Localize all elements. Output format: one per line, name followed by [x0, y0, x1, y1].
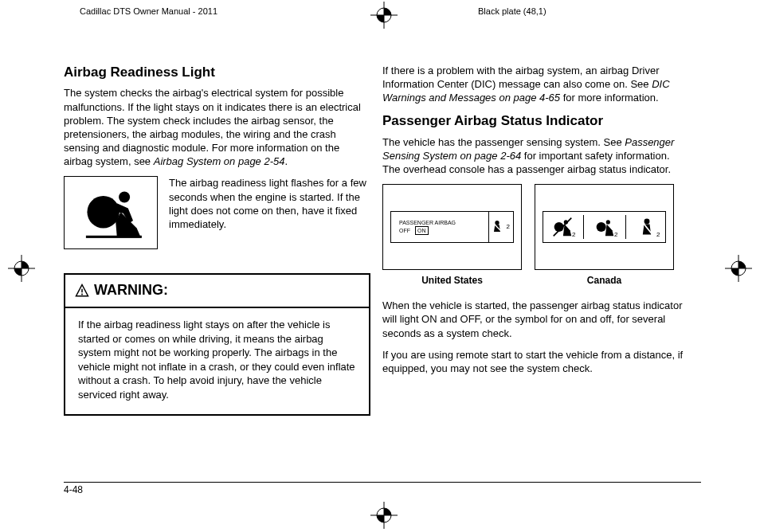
manual-page: Cadillac DTS Owner Manual - 2011 Black p… [0, 0, 760, 532]
svg-point-13 [119, 192, 130, 203]
airbag-readiness-icon [64, 176, 158, 249]
label-canada: Canada [535, 275, 674, 288]
left-column: Airbag Readiness Light The system checks… [64, 64, 370, 416]
indicator-labels: United States Canada [382, 275, 689, 288]
para-dic-message: If there is a problem with the airbag sy… [382, 64, 689, 104]
ca-sub-2: 2 [614, 231, 617, 240]
svg-rect-14 [86, 236, 142, 238]
us-icons: 2 [489, 219, 513, 235]
plate-label: Black plate (48,1) [478, 6, 546, 16]
registration-mark-left [8, 255, 35, 285]
xref-airbag-system: Airbag System on page 2-54 [154, 155, 285, 167]
svg-point-22 [596, 222, 605, 232]
indicator-canada-inner: 2 2 2 [543, 211, 666, 243]
warning-box: WARNING: If the airbag readiness light s… [64, 273, 370, 416]
us-sub-2: 2 [507, 223, 510, 232]
para-readiness-intro: The system checks the airbag's electrica… [64, 86, 370, 168]
text: If there is a problem with the airbag sy… [382, 65, 660, 90]
page-number: 4-48 [64, 484, 83, 495]
airbag-off-icon: 2 [552, 217, 573, 237]
para-system-check: When the vehicle is started, the passeng… [382, 299, 689, 339]
indicator-us: PASSENGER AIRBAG OFF ON [382, 184, 522, 270]
svg-point-23 [605, 221, 609, 225]
para-passenger-intro: The vehicle has the passenger sensing sy… [382, 135, 689, 176]
us-off-label: OFF [399, 227, 410, 234]
warning-body: If the airbag readiness light stays on a… [65, 308, 369, 414]
heading-passenger-indicator: Passenger Airbag Status Indicator [382, 112, 689, 130]
footer-rule [64, 482, 701, 483]
seatbelt-person-icon [489, 219, 505, 235]
indicator-canada: 2 2 2 [535, 184, 674, 270]
manual-title: Cadillac DTS Owner Manual - 2011 [80, 6, 217, 16]
warning-header: WARNING: [65, 275, 369, 308]
ca-sub-3: 2 [656, 231, 660, 240]
seatbelt-icon: 2 [637, 217, 657, 237]
label-us: United States [382, 275, 522, 288]
svg-point-17 [495, 221, 499, 225]
text: for more information. [560, 92, 659, 104]
indicator-row: PASSENGER AIRBAG OFF ON [382, 184, 689, 270]
heading-airbag-readiness: Airbag Readiness Light [64, 64, 370, 81]
airbag-icon-row: The airbag readiness light flashes for a… [64, 176, 370, 249]
svg-point-12 [87, 196, 119, 228]
svg-point-24 [644, 219, 649, 225]
ca-sub-1: 2 [572, 231, 575, 240]
registration-mark-right [725, 255, 752, 285]
indicator-us-inner: PASSENGER AIRBAG OFF ON [390, 211, 514, 243]
us-passenger-airbag-label: PASSENGER AIRBAG [394, 220, 485, 226]
us-on-label: ON [415, 226, 429, 235]
svg-point-16 [81, 294, 83, 295]
content-area: Airbag Readiness Light The system checks… [64, 64, 701, 510]
text: The vehicle has the passenger sensing sy… [382, 136, 625, 148]
print-header: Cadillac DTS Owner Manual - 2011 Black p… [0, 5, 760, 29]
airbag-icon-caption: The airbag readiness light flashes for a… [169, 176, 370, 249]
airbag-on-icon: 2 [594, 217, 615, 237]
text: . [285, 155, 288, 167]
para-remote-start: If you are using remote start to start t… [382, 348, 689, 375]
registration-mark-top [370, 2, 398, 29]
warning-triangle-icon [75, 284, 89, 298]
warning-title: WARNING: [94, 281, 168, 300]
right-column: If there is a problem with the airbag sy… [382, 64, 689, 383]
